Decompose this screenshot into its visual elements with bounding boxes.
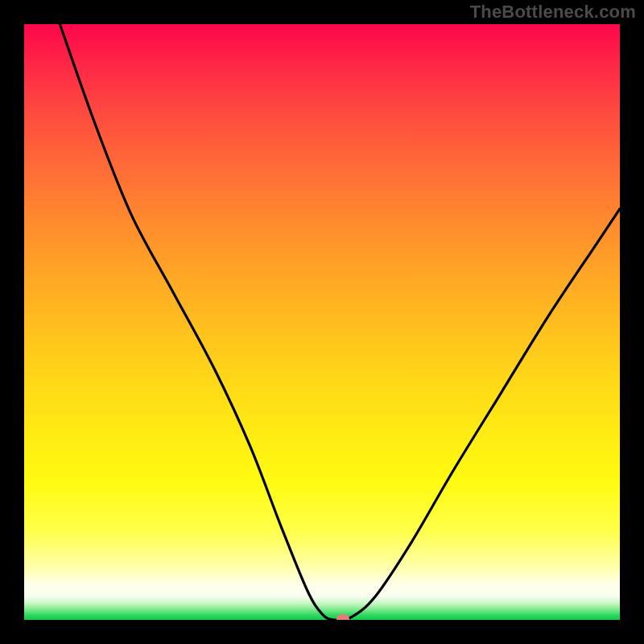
- optimum-marker: [336, 614, 349, 620]
- bottleneck-curve: [24, 24, 620, 620]
- chart-frame: TheBottleneck.com: [0, 0, 644, 644]
- plot-area: [24, 24, 620, 620]
- watermark-text: TheBottleneck.com: [470, 2, 636, 23]
